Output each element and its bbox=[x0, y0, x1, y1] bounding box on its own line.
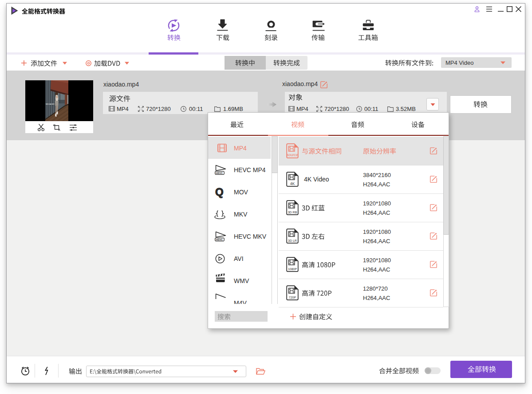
svg-text:MDGA MV: MDGA MV bbox=[46, 103, 55, 105]
svg-text:4K: 4K bbox=[290, 181, 295, 186]
svg-text:HEVC: HEVC bbox=[216, 238, 223, 241]
svg-text:3D RB: 3D RB bbox=[288, 211, 297, 214]
svg-text:3D LR: 3D LR bbox=[288, 239, 297, 242]
svg-text:720P: 720P bbox=[289, 296, 296, 299]
svg-text:HEVC: HEVC bbox=[216, 172, 223, 174]
svg-text:source: source bbox=[287, 153, 298, 157]
svg-text:1080P: 1080P bbox=[288, 268, 297, 271]
